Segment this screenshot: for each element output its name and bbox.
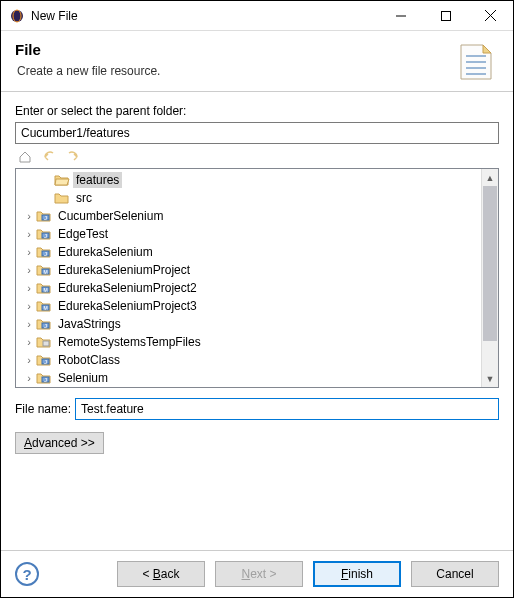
expand-icon[interactable]: ›: [22, 335, 36, 349]
tree-item[interactable]: ›MEdurekaSeleniumProject: [16, 261, 481, 279]
tree-item-label: RobotClass: [55, 352, 123, 368]
scroll-up-icon[interactable]: ▲: [482, 169, 498, 186]
svg-rect-24: [43, 341, 49, 346]
dialog-content: Enter or select the parent folder: featu…: [1, 92, 513, 550]
home-icon[interactable]: [15, 148, 35, 166]
tree-item-label: EdurekaSelenium: [55, 244, 156, 260]
expand-icon[interactable]: ›: [22, 227, 36, 241]
folder-tree: featuressrc›JCucumberSelenium›JEdgeTest›…: [15, 168, 499, 388]
cancel-button[interactable]: Cancel: [411, 561, 499, 587]
expand-icon[interactable]: ›: [22, 245, 36, 259]
scroll-thumb[interactable]: [483, 186, 497, 341]
close-button[interactable]: [468, 1, 513, 30]
page-title: File: [15, 41, 455, 58]
svg-text:J: J: [44, 215, 47, 221]
project-g-icon: [36, 334, 52, 350]
folder-icon: [54, 190, 70, 206]
dialog-footer: ? < Back Next > Finish Cancel: [1, 550, 513, 597]
titlebar: New File: [1, 1, 513, 31]
tree-item[interactable]: ›RemoteSystemsTempFiles: [16, 333, 481, 351]
back-button[interactable]: < Back: [117, 561, 205, 587]
tree-item-label: EdgeTest: [55, 226, 111, 242]
file-name-label: File name:: [15, 402, 71, 416]
tree-item[interactable]: ›JRobotClass: [16, 351, 481, 369]
maximize-button[interactable]: [423, 1, 468, 30]
expand-icon[interactable]: ›: [22, 263, 36, 277]
svg-text:J: J: [44, 377, 47, 383]
file-header-icon: [455, 41, 495, 81]
tree-item[interactable]: ›MEdurekaSeleniumProject2: [16, 279, 481, 297]
tree-item-label: features: [73, 172, 122, 188]
next-button: Next >: [215, 561, 303, 587]
expand-icon: [40, 173, 54, 187]
svg-text:M: M: [43, 305, 47, 311]
tree-item-label: CucumberSelenium: [55, 208, 166, 224]
tree-item[interactable]: features: [16, 171, 481, 189]
help-icon[interactable]: ?: [15, 562, 39, 586]
tree-item-label: EdurekaSeleniumProject3: [55, 298, 200, 314]
svg-rect-3: [441, 11, 450, 20]
tree-item-label: EdurekaSeleniumProject: [55, 262, 193, 278]
tree-item[interactable]: ›MEdurekaSeleniumProject3: [16, 297, 481, 315]
scrollbar-vertical[interactable]: ▲ ▼: [481, 169, 498, 387]
svg-text:J: J: [44, 359, 47, 365]
expand-icon[interactable]: ›: [22, 353, 36, 367]
window-title: New File: [31, 9, 378, 23]
svg-text:J: J: [44, 233, 47, 239]
dialog-header: File Create a new file resource.: [1, 31, 513, 92]
svg-text:M: M: [43, 269, 47, 275]
back-icon[interactable]: [39, 148, 59, 166]
folder-open-icon: [54, 172, 70, 188]
tree-item-label: src: [73, 190, 95, 206]
expand-icon[interactable]: ›: [22, 281, 36, 295]
scroll-down-icon[interactable]: ▼: [482, 370, 498, 387]
expand-icon[interactable]: ›: [22, 317, 36, 331]
tree-item[interactable]: ›JEdgeTest: [16, 225, 481, 243]
project-icon: J: [36, 208, 52, 224]
expand-icon[interactable]: ›: [22, 371, 36, 385]
svg-text:J: J: [44, 251, 47, 257]
parent-folder-label: Enter or select the parent folder:: [15, 104, 499, 118]
project-icon: J: [36, 226, 52, 242]
tree-item-label: Selenium: [55, 370, 111, 386]
parent-folder-input[interactable]: [15, 122, 499, 144]
svg-text:J: J: [44, 323, 47, 329]
advanced-button[interactable]: AAdvanced >>dvanced >>: [15, 432, 104, 454]
project-icon: J: [36, 244, 52, 260]
tree-item-label: RemoteSystemsTempFiles: [55, 334, 204, 350]
project-icon: J: [36, 316, 52, 332]
project-m-icon: M: [36, 280, 52, 296]
project-icon: J: [36, 352, 52, 368]
tree-item[interactable]: src: [16, 189, 481, 207]
page-description: Create a new file resource.: [17, 64, 455, 78]
project-m-icon: M: [36, 298, 52, 314]
expand-icon[interactable]: ›: [22, 299, 36, 313]
tree-item-label: EdurekaSeleniumProject2: [55, 280, 200, 296]
tree-item[interactable]: ›JEdurekaSelenium: [16, 243, 481, 261]
eclipse-icon: [9, 8, 25, 24]
tree-item-label: JavaStrings: [55, 316, 124, 332]
project-m-icon: M: [36, 262, 52, 278]
expand-icon[interactable]: ›: [22, 209, 36, 223]
forward-icon[interactable]: [63, 148, 83, 166]
svg-text:M: M: [43, 287, 47, 293]
nav-bar: [15, 146, 499, 168]
minimize-button[interactable]: [378, 1, 423, 30]
project-icon: J: [36, 370, 52, 386]
file-name-input[interactable]: [75, 398, 499, 420]
tree-item[interactable]: ›JCucumberSelenium: [16, 207, 481, 225]
tree-item[interactable]: ›JSelenium: [16, 369, 481, 387]
finish-button[interactable]: Finish: [313, 561, 401, 587]
expand-icon: [40, 191, 54, 205]
tree-item[interactable]: ›JJavaStrings: [16, 315, 481, 333]
